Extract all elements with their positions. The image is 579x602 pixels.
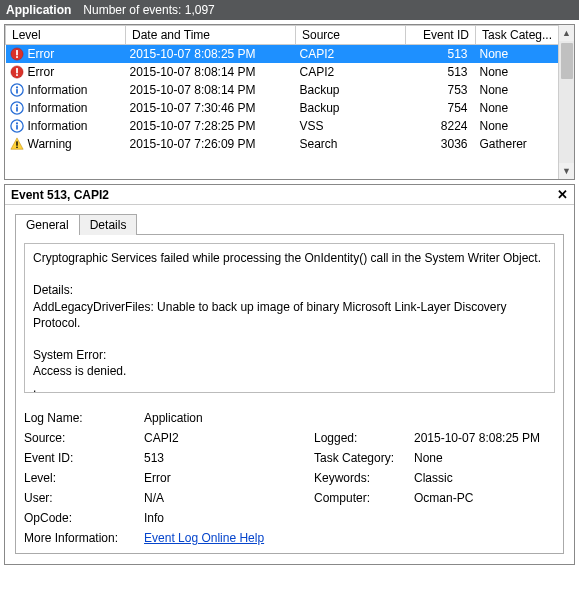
col-source[interactable]: Source <box>296 26 406 45</box>
taskcat-value: None <box>414 451 574 465</box>
row-datetime: 2015-10-07 8:08:14 PM <box>126 63 296 81</box>
row-level: Warning <box>28 137 72 151</box>
info-icon <box>10 83 24 97</box>
eventid-value: 513 <box>144 451 314 465</box>
row-eventid: 3036 <box>406 135 476 153</box>
taskcat-label: Task Category: <box>314 451 414 465</box>
row-source: Backup <box>296 99 406 117</box>
svg-rect-16 <box>16 141 17 145</box>
header-title: Application <box>6 3 71 17</box>
logged-label: Logged: <box>314 431 414 445</box>
keywords-value: Classic <box>414 471 574 485</box>
info-icon <box>10 101 24 115</box>
event-message: Cryptographic Services failed while proc… <box>24 243 555 393</box>
row-source: Search <box>296 135 406 153</box>
level-value: Error <box>144 471 314 485</box>
user-value: N/A <box>144 491 314 505</box>
table-row[interactable]: Warning2015-10-07 7:26:09 PMSearch3036Ga… <box>6 135 574 153</box>
opcode-label: OpCode: <box>24 511 144 525</box>
row-source: CAPI2 <box>296 45 406 64</box>
row-eventid: 753 <box>406 81 476 99</box>
source-label: Source: <box>24 431 144 445</box>
row-eventid: 754 <box>406 99 476 117</box>
detail-panel: Event 513, CAPI2 ✕ General Details Crypt… <box>4 184 575 565</box>
logname-value: Application <box>144 411 314 425</box>
info-icon <box>10 119 24 133</box>
event-grid: Level Date and Time Source Event ID Task… <box>4 24 575 180</box>
computer-label: Computer: <box>314 491 414 505</box>
row-source: Backup <box>296 81 406 99</box>
svg-rect-4 <box>16 68 18 73</box>
error-icon <box>10 65 24 79</box>
warning-icon <box>10 137 24 151</box>
svg-rect-8 <box>16 89 18 93</box>
col-eventid[interactable]: Event ID <box>406 26 476 45</box>
opcode-value: Info <box>144 511 314 525</box>
error-icon <box>10 47 24 61</box>
row-level: Information <box>28 101 88 115</box>
source-value: CAPI2 <box>144 431 314 445</box>
detail-title: Event 513, CAPI2 <box>11 188 109 202</box>
logged-value: 2015-10-07 8:08:25 PM <box>414 431 574 445</box>
header-subtitle: Number of events: 1,097 <box>83 3 214 17</box>
table-row[interactable]: Information2015-10-07 7:28:25 PMVSS8224N… <box>6 117 574 135</box>
tab-body-general: Cryptographic Services failed while proc… <box>15 234 564 554</box>
row-level: Error <box>28 47 55 61</box>
moreinfo-link[interactable]: Event Log Online Help <box>144 531 264 545</box>
row-level: Error <box>28 65 55 79</box>
row-source: CAPI2 <box>296 63 406 81</box>
row-datetime: 2015-10-07 8:08:14 PM <box>126 81 296 99</box>
row-source: VSS <box>296 117 406 135</box>
row-datetime: 2015-10-07 7:26:09 PM <box>126 135 296 153</box>
table-row[interactable]: Error2015-10-07 8:08:14 PMCAPI2513None <box>6 63 574 81</box>
svg-rect-2 <box>16 56 18 58</box>
app-header: Application Number of events: 1,097 <box>0 0 579 20</box>
table-row[interactable]: Error2015-10-07 8:08:25 PMCAPI2513None <box>6 45 574 64</box>
grid-scrollbar[interactable]: ▲ ▼ <box>558 25 574 179</box>
table-row[interactable]: Information2015-10-07 7:30:46 PMBackup75… <box>6 99 574 117</box>
svg-rect-5 <box>16 74 18 76</box>
svg-point-7 <box>15 86 17 88</box>
table-row[interactable]: Information2015-10-07 8:08:14 PMBackup75… <box>6 81 574 99</box>
scroll-thumb[interactable] <box>561 43 573 79</box>
tab-details[interactable]: Details <box>79 214 138 235</box>
event-properties: Log Name: Application Source: CAPI2 Logg… <box>24 411 555 545</box>
computer-value: Ocman-PC <box>414 491 574 505</box>
row-datetime: 2015-10-07 7:28:25 PM <box>126 117 296 135</box>
svg-point-10 <box>15 104 17 106</box>
svg-rect-14 <box>16 125 18 129</box>
row-level: Information <box>28 119 88 133</box>
svg-rect-1 <box>16 50 18 55</box>
row-eventid: 8224 <box>406 117 476 135</box>
logname-label: Log Name: <box>24 411 144 425</box>
level-label: Level: <box>24 471 144 485</box>
moreinfo-label: More Information: <box>24 531 118 545</box>
row-eventid: 513 <box>406 63 476 81</box>
col-level[interactable]: Level <box>6 26 126 45</box>
row-datetime: 2015-10-07 8:08:25 PM <box>126 45 296 64</box>
scroll-down-icon[interactable]: ▼ <box>559 163 575 179</box>
row-datetime: 2015-10-07 7:30:46 PM <box>126 99 296 117</box>
user-label: User: <box>24 491 144 505</box>
svg-rect-11 <box>16 107 18 111</box>
svg-rect-17 <box>16 147 17 148</box>
eventid-label: Event ID: <box>24 451 144 465</box>
keywords-label: Keywords: <box>314 471 414 485</box>
svg-point-13 <box>15 122 17 124</box>
scroll-up-icon[interactable]: ▲ <box>559 25 575 41</box>
tab-general[interactable]: General <box>15 214 80 235</box>
col-datetime[interactable]: Date and Time <box>126 26 296 45</box>
row-eventid: 513 <box>406 45 476 64</box>
row-level: Information <box>28 83 88 97</box>
close-icon[interactable]: ✕ <box>557 187 568 202</box>
